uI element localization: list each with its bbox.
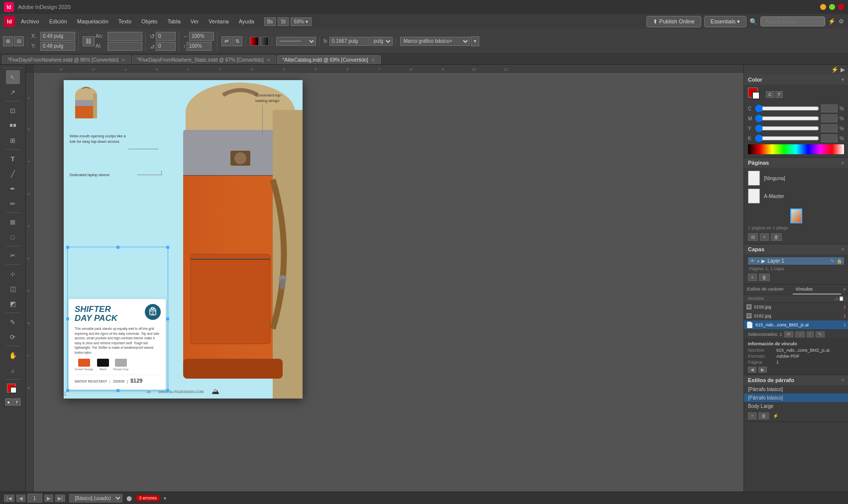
shear-input[interactable] xyxy=(156,42,176,51)
eyedropper-tool[interactable]: ⟳ xyxy=(6,330,20,344)
pages-options-icon[interactable]: ≡ xyxy=(841,160,844,166)
goto-link-btn[interactable]: → xyxy=(795,331,805,337)
menu-archivo[interactable]: Archivo xyxy=(17,17,43,26)
type-tool[interactable]: T xyxy=(6,152,20,166)
k-input[interactable] xyxy=(821,134,838,142)
preflight-options[interactable]: ▾ xyxy=(164,496,166,501)
frame-type-select[interactable]: Marco gráfico básico+ xyxy=(400,37,470,46)
prev-page-btn[interactable]: ◀ xyxy=(16,495,25,502)
rotate-input[interactable] xyxy=(156,32,176,41)
tab-2[interactable]: *AliteCatalog.indd @ 69% [Convertido] ✕ xyxy=(277,55,381,64)
m-slider[interactable] xyxy=(755,115,819,121)
frame-type-options[interactable]: ▾ xyxy=(471,36,479,46)
preflight-icon[interactable]: ⬤ xyxy=(126,496,132,501)
link-row-2[interactable]: 📄 615_Ado...cons_BM2_jc.ai 1 xyxy=(744,320,848,329)
page-tool[interactable]: ⊡ xyxy=(6,103,20,117)
update-link-btn[interactable]: ↑ xyxy=(807,331,814,337)
k-slider[interactable] xyxy=(755,135,819,141)
menu-maquetacion[interactable]: Maquetación xyxy=(73,17,112,26)
close-button[interactable] xyxy=(838,4,844,10)
rect-tool[interactable]: □ xyxy=(6,230,20,244)
layer-edit-icon[interactable]: ✎ xyxy=(831,259,835,264)
m-input[interactable] xyxy=(821,114,838,122)
rgb-btn[interactable]: T xyxy=(775,91,783,98)
tab-close-0[interactable]: ✕ xyxy=(121,58,125,63)
menu-tabla[interactable]: Tabla xyxy=(163,17,184,26)
scale-y-input[interactable] xyxy=(187,42,212,51)
links-options[interactable]: ≡ xyxy=(841,285,848,295)
note-tool[interactable]: ✎ xyxy=(6,315,20,329)
gap-tool[interactable] xyxy=(6,118,20,132)
flip-h-btn[interactable]: ⇌ xyxy=(221,36,231,46)
zoom-tool[interactable]: ⌕ xyxy=(6,363,20,377)
cmyk-btn[interactable]: C xyxy=(766,91,774,98)
last-page-btn[interactable]: ▶| xyxy=(55,495,66,502)
tab-1[interactable]: *FiveDaysFromNowhere_Static.indd @ 67% [… xyxy=(132,55,276,64)
apply-type-btn[interactable]: T xyxy=(13,399,20,405)
free-transform[interactable]: ⊹ xyxy=(6,267,20,281)
delete-layer-btn[interactable]: 🗑 xyxy=(759,274,770,281)
menu-ventana[interactable]: Ventana xyxy=(205,17,232,26)
stroke-gradient[interactable] xyxy=(260,37,269,46)
essentials-button[interactable]: Essentials ▾ xyxy=(704,16,746,27)
constrain-btn[interactable]: ⛓ xyxy=(83,36,95,46)
scale-x-input[interactable] xyxy=(189,32,214,41)
c-input[interactable] xyxy=(821,104,838,112)
delete-page-btn[interactable]: 🗑 xyxy=(771,233,782,241)
links-tab[interactable]: Vínculos xyxy=(793,285,842,295)
rect-frame-tool[interactable]: ⊠ xyxy=(6,215,20,229)
new-para-style-btn[interactable]: + xyxy=(748,412,756,419)
line-tool[interactable]: ╱ xyxy=(6,167,20,181)
minimize-button[interactable] xyxy=(820,4,826,10)
pen-tool[interactable]: ✒ xyxy=(6,182,20,196)
search-icon[interactable]: 🔍 xyxy=(749,18,757,25)
para-style-body-large[interactable]: Body Large xyxy=(744,402,848,410)
menu-ver[interactable]: Ver xyxy=(187,17,203,26)
x-input[interactable] xyxy=(40,32,75,41)
tab-close-1[interactable]: ✕ xyxy=(267,58,271,63)
direct-select-tool[interactable]: ↗ xyxy=(6,85,20,99)
menu-ayuda[interactable]: Ayuda xyxy=(235,17,258,26)
layers-panel-header[interactable]: Capas ≡ xyxy=(744,244,848,254)
y-input[interactable] xyxy=(40,42,75,51)
menu-texto[interactable]: Texto xyxy=(114,17,135,26)
layer-lock-icon[interactable]: 🔒 xyxy=(837,259,842,264)
window-controls[interactable] xyxy=(820,4,844,10)
tab-0[interactable]: *FiveDaysFromNowhere.indd @ 86% [Convert… xyxy=(2,55,131,64)
page-number-input[interactable] xyxy=(27,494,42,503)
adobe-stock-search[interactable] xyxy=(760,16,825,26)
menu-objeto[interactable]: Objeto xyxy=(137,17,161,26)
content-collector[interactable]: ⊞ xyxy=(6,133,20,147)
stroke-swatch[interactable] xyxy=(10,387,17,394)
gradient-swatch-tool[interactable]: ◫ xyxy=(6,282,20,296)
align-icon[interactable]: ⊟ xyxy=(14,36,24,46)
relink-btn[interactable]: ⟳ xyxy=(784,331,793,337)
pencil-tool[interactable]: ✏ xyxy=(6,197,20,210)
stroke-select[interactable]: ────── xyxy=(276,37,316,46)
layer-eye-icon[interactable]: 👁 xyxy=(750,258,755,264)
selection-tool[interactable]: ↖ xyxy=(6,70,20,84)
flip-v-btn[interactable]: ⇅ xyxy=(232,36,242,46)
bridge-btn[interactable]: Bs xyxy=(264,17,276,26)
settings-icon[interactable]: ⚙ xyxy=(839,18,844,25)
h-input[interactable] xyxy=(107,42,142,51)
stroke-color-swatch[interactable] xyxy=(752,92,760,100)
panel-icon-1[interactable]: ⚡ xyxy=(831,66,839,73)
scissors-tool[interactable]: ✂ xyxy=(6,248,20,262)
gradient-feather-tool[interactable]: ◩ xyxy=(6,297,20,310)
pages-panel-header[interactable]: Páginas ≡ xyxy=(744,158,848,168)
para-style-basic-label[interactable]: [Párrafo básico] xyxy=(744,385,848,394)
prev-link-btn[interactable]: ◀ xyxy=(748,367,756,373)
handle-nw[interactable] xyxy=(66,246,69,249)
edit-orig-btn[interactable]: ✎ xyxy=(816,331,825,337)
next-link-btn[interactable]: ▶ xyxy=(758,367,767,373)
apply-color-btn[interactable]: ■ xyxy=(5,399,12,405)
para-style-options[interactable]: ⚡ xyxy=(771,412,780,419)
scale-units[interactable]: pulg xyxy=(370,37,393,46)
panel-icon-2[interactable]: ▶ xyxy=(841,66,845,73)
handle-n[interactable] xyxy=(116,246,119,249)
tab-close-2[interactable]: ✕ xyxy=(371,58,375,63)
color-swatch-area[interactable] xyxy=(6,383,20,397)
publish-online-button[interactable]: ⬆ Publish Online xyxy=(646,16,701,27)
zoom-select[interactable]: 69% ▾ xyxy=(291,17,312,26)
